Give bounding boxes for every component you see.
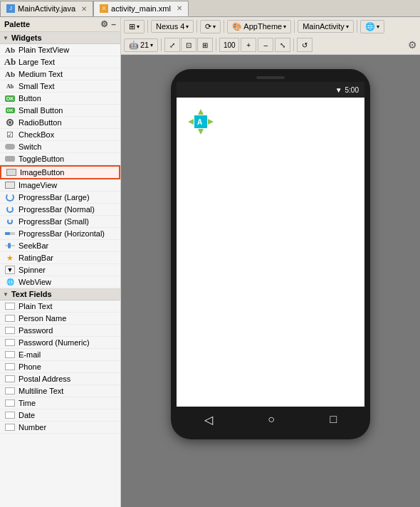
small-text-icon: Ab	[4, 82, 16, 90]
seekbar-icon	[4, 241, 16, 250]
palette-item-label: Plain Text	[19, 302, 53, 310]
section-widgets[interactable]: Widgets	[0, 32, 120, 44]
separator-1	[147, 20, 148, 33]
api-label: 21	[140, 41, 149, 49]
palette-item-button[interactable]: OK Button	[0, 93, 120, 105]
palette-item-label: Multiline Text	[19, 387, 63, 395]
palette-item-plain-text[interactable]: Plain Text	[0, 300, 120, 313]
palette-item-ratingbar[interactable]: ★ RatingBar	[0, 252, 120, 264]
tab-xml[interactable]: X activity_main.xml ✕	[93, 1, 189, 16]
apptheme-icon: 🎨	[232, 22, 242, 31]
palette-item-time[interactable]: Time	[0, 397, 120, 409]
progressbar-small-icon	[4, 217, 16, 226]
nav-recent-icon: □	[330, 413, 337, 426]
palette-panel: Palette ⚙ – Widgets Ab Plain TextView Ab…	[0, 17, 121, 507]
palette-item-medium-text[interactable]: Ab Medium Text	[0, 68, 120, 80]
separator-6	[161, 38, 162, 51]
palette-item-label: ProgressBar (Small)	[19, 217, 89, 226]
zoom-fit-btn[interactable]: ⤢	[164, 38, 180, 52]
android-widget: A	[187, 108, 209, 130]
canvas-area[interactable]: ▼ 5:00	[121, 55, 420, 507]
button-icon: OK	[4, 94, 16, 103]
palette-item-label: SeekBar	[19, 241, 48, 250]
settings-gear-icon[interactable]: ⚙	[408, 39, 417, 51]
palette-item-postal-address[interactable]: Postal Address	[0, 373, 120, 385]
separator-3	[224, 20, 224, 33]
toolbar-row-2: 🤖 21 ▾ ⤢ ⊡ ⊞ 100 + – ⤡ ↺ ⚙	[121, 36, 420, 54]
phone-content[interactable]: A	[177, 98, 364, 407]
palette-search-icon[interactable]: –	[111, 19, 116, 29]
canvas-inner: ▼ 5:00	[171, 69, 370, 439]
palette-item-switch[interactable]: Switch	[0, 141, 120, 153]
palette-item-phone[interactable]: Phone	[0, 361, 120, 373]
tab-java-close[interactable]: ✕	[81, 5, 87, 13]
palette-item-progressbar-horizontal[interactable]: ProgressBar (Horizontal)	[0, 228, 120, 240]
palette-item-label: Large Text	[19, 58, 55, 66]
palette-item-date[interactable]: Date	[0, 409, 120, 422]
apptheme-btn[interactable]: 🎨 AppTheme ▾	[227, 20, 291, 33]
palette-item-password[interactable]: Password	[0, 325, 120, 337]
activity-btn[interactable]: MainActivity ▾	[298, 20, 354, 33]
java-icon: J	[6, 4, 15, 13]
palette-item-spinner[interactable]: ▼ Spinner	[0, 264, 120, 276]
palette-item-progressbar-large[interactable]: ProgressBar (Large)	[0, 192, 120, 204]
svg-marker-2	[188, 119, 194, 125]
locale-btn[interactable]: 🌐 ▾	[360, 20, 384, 33]
android-version-btn[interactable]: 🤖 21 ▾	[124, 38, 158, 52]
tab-xml-close[interactable]: ✕	[177, 4, 182, 12]
date-icon	[4, 411, 16, 419]
palette-item-label: ImageButton	[20, 168, 64, 177]
palette-item-label: ToggleButton	[19, 155, 64, 163]
rotate-btn[interactable]: ⟳ ▾	[200, 20, 221, 33]
palette-item-small-button[interactable]: OK Small Button	[0, 105, 120, 117]
palette-item-label: Date	[19, 411, 35, 419]
palette-item-multiline-text[interactable]: Multiline Text	[0, 385, 120, 397]
layout-btn[interactable]: ⊞ ▾	[124, 20, 145, 33]
nexus-dropdown-arrow: ▾	[186, 23, 189, 30]
imagebutton-icon	[6, 168, 17, 177]
spinner-icon: ▼	[4, 266, 16, 274]
imageview-icon	[4, 181, 16, 189]
palette-item-seekbar[interactable]: SeekBar	[0, 240, 120, 252]
zoom-out-btn[interactable]: –	[258, 38, 273, 52]
palette-item-label: Postal Address	[19, 375, 70, 383]
palette-settings-icon[interactable]: ⚙	[100, 19, 108, 29]
palette-item-togglebutton[interactable]: ToggleButton	[0, 153, 120, 165]
zoom-mode-btn[interactable]: ⊞	[197, 38, 213, 52]
plain-text-field-icon	[4, 302, 16, 310]
phone-screen: ▼ 5:00	[177, 82, 364, 407]
palette-item-person-name[interactable]: Person Name	[0, 313, 120, 325]
palette-item-progressbar-normal[interactable]: ProgressBar (Normal)	[0, 204, 120, 216]
palette-item-webview[interactable]: 🌐 WebView	[0, 276, 120, 288]
nexus-btn[interactable]: Nexus 4 ▾	[151, 20, 194, 33]
activity-label: MainActivity	[303, 22, 345, 31]
palette-item-number[interactable]: Number	[0, 422, 120, 434]
zoom-fit2-btn[interactable]: ⤡	[275, 38, 290, 52]
palette-item-email[interactable]: E-mail	[0, 349, 120, 361]
email-icon	[4, 350, 16, 359]
zoom-in-btn[interactable]: +	[241, 38, 256, 52]
zoom-actual-btn[interactable]: ⊡	[181, 38, 196, 52]
palette-item-password-numeric[interactable]: Password (Numeric)	[0, 337, 120, 349]
palette-title: Palette	[4, 20, 30, 28]
zoom-100-btn[interactable]: 100	[219, 38, 239, 52]
palette-item-progressbar-small[interactable]: ProgressBar (Small)	[0, 216, 120, 228]
palette-item-label: ImageView	[19, 181, 57, 189]
palette-item-label: ProgressBar (Normal)	[19, 205, 95, 214]
palette-item-small-text[interactable]: Ab Small Text	[0, 80, 120, 93]
radiobutton-icon	[4, 118, 16, 127]
palette-item-checkbox[interactable]: ☑ CheckBox	[0, 129, 120, 141]
tab-java[interactable]: J MainActivity.java ✕	[0, 1, 93, 16]
checkbox-icon: ☑	[4, 130, 16, 139]
palette-item-plain-textview[interactable]: Ab Plain TextView	[0, 44, 120, 56]
palette-header-icons: ⚙ –	[100, 19, 116, 29]
palette-item-radiobutton[interactable]: RadioButton	[0, 117, 120, 129]
palette-list: Widgets Ab Plain TextView Ab Large Text …	[0, 32, 120, 507]
palette-item-imagebutton[interactable]: ImageButton	[0, 165, 120, 179]
palette-item-large-text[interactable]: Ab Large Text	[0, 56, 120, 68]
refresh-btn[interactable]: ↺	[297, 38, 313, 52]
zoom-toolbar: ⤢ ⊡ ⊞	[164, 38, 213, 52]
right-panel: ⊞ ▾ Nexus 4 ▾ ⟳ ▾ 🎨 AppTheme ▾	[121, 17, 420, 507]
section-text-fields[interactable]: Text Fields	[0, 288, 120, 300]
palette-item-imageview[interactable]: ImageView	[0, 179, 120, 192]
